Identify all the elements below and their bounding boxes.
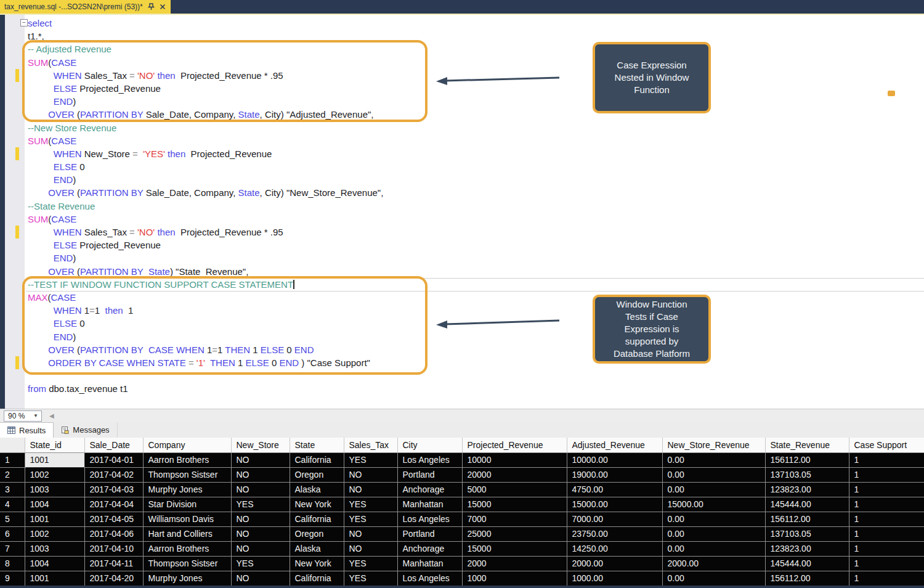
grid-cell[interactable]: 0.00 — [662, 571, 765, 586]
grid-cell[interactable]: 1004 — [25, 556, 84, 571]
grid-row-header[interactable]: 5 — [0, 512, 25, 526]
grid-cell[interactable]: 156112.00 — [765, 452, 849, 467]
code-line[interactable]: from dbo.tax_revenue t1 — [28, 382, 924, 395]
grid-cell[interactable]: 4750.00 — [567, 482, 662, 497]
grid-cell[interactable]: 2017-04-02 — [84, 467, 143, 482]
grid-cell[interactable]: Alaska — [290, 482, 344, 497]
grid-cell[interactable]: 137103.05 — [765, 467, 849, 482]
grid-cell[interactable]: 15000 — [462, 497, 567, 512]
editor-horizontal-scrollbar[interactable]: ◀ — [47, 411, 924, 421]
grid-cell[interactable]: 1 — [849, 541, 924, 556]
grid-cell[interactable]: 2000 — [462, 556, 567, 571]
grid-cell[interactable]: 137103.05 — [765, 526, 849, 541]
grid-cell[interactable]: Manhattan — [397, 497, 462, 512]
grid-cell[interactable]: 1 — [849, 482, 924, 497]
grid-cell[interactable]: California — [290, 571, 344, 586]
collapse-toggle-icon[interactable]: − — [20, 19, 28, 27]
zoom-level-select[interactable]: 90 % ▼ — [4, 410, 42, 422]
grid-row-header[interactable]: 6 — [0, 526, 25, 541]
grid-cell[interactable]: 14250.00 — [567, 541, 662, 556]
grid-row-header[interactable]: 8 — [0, 556, 25, 571]
grid-cell[interactable]: NO — [231, 541, 290, 556]
grid-cell[interactable]: 0.00 — [662, 467, 765, 482]
scroll-left-icon[interactable]: ◀ — [47, 412, 57, 419]
grid-row-header[interactable]: 3 — [0, 482, 25, 497]
grid-cell[interactable]: NO — [231, 467, 290, 482]
grid-cell[interactable]: 1000 — [462, 571, 567, 586]
grid-cell[interactable]: 2017-04-11 — [84, 556, 143, 571]
grid-cell[interactable]: 0.00 — [662, 526, 765, 541]
code-line[interactable]: --State Revenue — [28, 200, 924, 213]
code-line[interactable]: WHEN Sales_Tax = 'NO' then Projected_Rev… — [28, 226, 924, 239]
code-line[interactable]: END) — [28, 95, 924, 108]
grid-row-header[interactable]: 9 — [0, 571, 25, 586]
grid-cell[interactable]: NO — [344, 467, 397, 482]
grid-cell[interactable]: YES — [344, 497, 397, 512]
code-line[interactable]: END) — [28, 173, 924, 186]
grid-cell[interactable]: California — [290, 512, 344, 526]
grid-column-header[interactable]: New_Store_Revenue — [662, 438, 765, 452]
grid-cell[interactable]: 1 — [849, 556, 924, 571]
grid-cell[interactable]: Murphy Jones — [143, 482, 231, 497]
code-line[interactable]: t1.*, — [28, 30, 924, 43]
grid-cell[interactable]: YES — [344, 452, 397, 467]
code-line[interactable]: SUM(CASE — [28, 56, 924, 69]
grid-cell[interactable]: Hart and Colliers — [143, 526, 231, 541]
code-line[interactable]: --New Store Revenue — [28, 121, 924, 134]
grid-cell[interactable]: 1004 — [25, 497, 84, 512]
grid-cell[interactable]: NO — [344, 526, 397, 541]
grid-cell[interactable]: YES — [231, 556, 290, 571]
grid-row-header[interactable]: 7 — [0, 541, 25, 556]
grid-cell[interactable]: 2017-04-20 — [84, 571, 143, 586]
grid-cell[interactable]: 2017-04-03 — [84, 482, 143, 497]
grid-cell[interactable]: Portland — [397, 526, 462, 541]
grid-cell[interactable]: 0.00 — [662, 512, 765, 526]
grid-column-header[interactable]: Sale_Date — [84, 438, 143, 452]
grid-cell[interactable]: 2000.00 — [567, 556, 662, 571]
code-line[interactable]: SUM(CASE — [28, 134, 924, 147]
grid-cell[interactable]: Thompson Sistser — [143, 467, 231, 482]
grid-cell[interactable]: NO — [231, 526, 290, 541]
grid-cell[interactable]: 20000 — [462, 467, 567, 482]
code-line[interactable]: ORDER BY CASE WHEN STATE = '1' THEN 1 EL… — [28, 356, 924, 369]
grid-column-header[interactable]: City — [397, 438, 462, 452]
grid-column-header[interactable]: State_Revenue — [765, 438, 849, 452]
grid-cell[interactable]: 15000.00 — [567, 497, 662, 512]
grid-cell[interactable]: Los Angeles — [397, 452, 462, 467]
grid-cell[interactable]: 1002 — [25, 526, 84, 541]
grid-cell[interactable]: YES — [344, 571, 397, 586]
grid-column-header[interactable]: Adjusted_Revenue — [567, 438, 662, 452]
grid-cell[interactable]: 23750.00 — [567, 526, 662, 541]
grid-cell[interactable]: 0.00 — [662, 452, 765, 467]
grid-cell[interactable]: 145444.00 — [765, 497, 849, 512]
grid-cell[interactable]: 2017-04-10 — [84, 541, 143, 556]
grid-cell[interactable]: 15000 — [462, 541, 567, 556]
grid-cell[interactable]: 10000 — [462, 452, 567, 467]
grid-cell[interactable]: NO — [231, 571, 290, 586]
code-line[interactable]: END) — [28, 330, 924, 343]
grid-cell[interactable]: 1003 — [25, 482, 84, 497]
code-line[interactable]: MAX(CASE — [28, 291, 924, 304]
code-line[interactable]: OVER (PARTITION BY Sale_Date, Company, S… — [28, 186, 924, 199]
code-line[interactable]: select — [28, 17, 924, 30]
grid-cell[interactable]: 2000.00 — [662, 556, 765, 571]
grid-cell[interactable]: Manhattan — [397, 556, 462, 571]
grid-cell[interactable]: 1001 — [25, 452, 84, 467]
grid-cell[interactable]: Los Angeles — [397, 512, 462, 526]
grid-cell[interactable]: 156112.00 — [765, 571, 849, 586]
grid-column-header[interactable]: New_Store — [231, 438, 290, 452]
grid-cell[interactable]: Anchorage — [397, 541, 462, 556]
grid-cell[interactable]: New York — [290, 497, 344, 512]
grid-cell[interactable]: 1 — [849, 571, 924, 586]
grid-cell[interactable]: Aarron Brothers — [143, 541, 231, 556]
grid-cell[interactable]: 10000.00 — [567, 452, 662, 467]
grid-cell[interactable]: Portland — [397, 467, 462, 482]
grid-cell[interactable]: NO — [231, 512, 290, 526]
grid-cell[interactable]: Oregon — [290, 526, 344, 541]
grid-cell[interactable]: Anchorage — [397, 482, 462, 497]
code-line[interactable]: WHEN New_Store = 'YES' then Projected_Re… — [28, 147, 924, 160]
code-line[interactable]: -- Adjusted Revenue — [28, 43, 924, 55]
document-tab[interactable]: tax_revenue.sql -...SO2SN2N\premi (53))* — [0, 0, 171, 14]
grid-cell[interactable]: Aarron Brothers — [143, 452, 231, 467]
grid-cell[interactable]: YES — [231, 497, 290, 512]
